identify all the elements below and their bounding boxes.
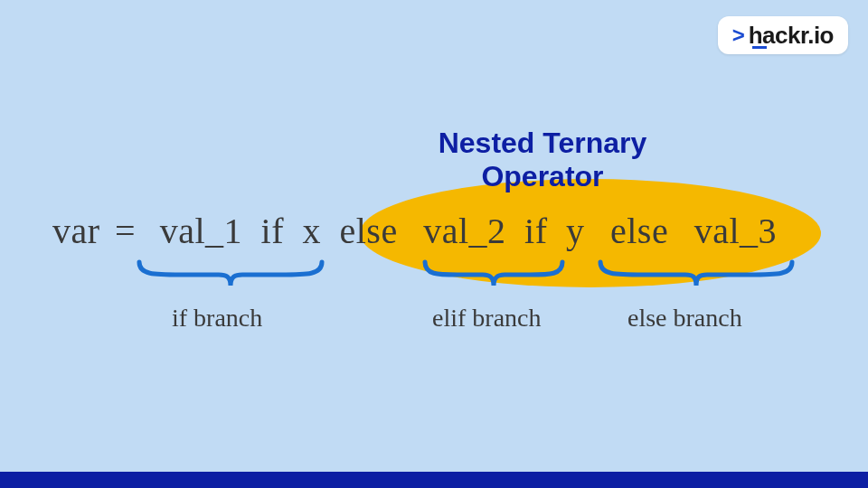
- expr-if2: if: [524, 210, 547, 252]
- expr-val1: val_1: [160, 210, 242, 252]
- ternary-expression: var = val_1 if x else val_2 if y else va…: [52, 210, 777, 252]
- brace-else: [597, 258, 796, 289]
- expr-else1: else: [339, 210, 397, 252]
- logo-badge: > hackr.io: [718, 16, 848, 54]
- expr-val3: val_3: [694, 210, 777, 252]
- logo-chevron-icon: >: [732, 24, 745, 46]
- label-elif-branch: elif branch: [432, 304, 542, 333]
- logo-underline: [752, 46, 767, 49]
- brace-if: [136, 258, 326, 289]
- title-line-1: Nested Ternary: [439, 127, 647, 159]
- expr-if: if: [261, 210, 284, 252]
- brace-elif: [421, 258, 566, 289]
- diagram-title: Nested Ternary Operator: [398, 127, 687, 193]
- expr-else2: else: [610, 210, 668, 252]
- expr-val2: val_2: [423, 210, 505, 252]
- expr-x: x: [302, 210, 321, 252]
- title-line-2: Operator: [481, 160, 603, 192]
- expr-lhs: var: [52, 210, 100, 252]
- expr-eq: =: [115, 210, 136, 252]
- logo-text: hackr.io: [749, 23, 834, 47]
- expr-y: y: [566, 210, 585, 252]
- bottom-accent-bar: [0, 472, 868, 488]
- label-else-branch: else branch: [627, 304, 742, 333]
- label-if-branch: if branch: [172, 304, 262, 333]
